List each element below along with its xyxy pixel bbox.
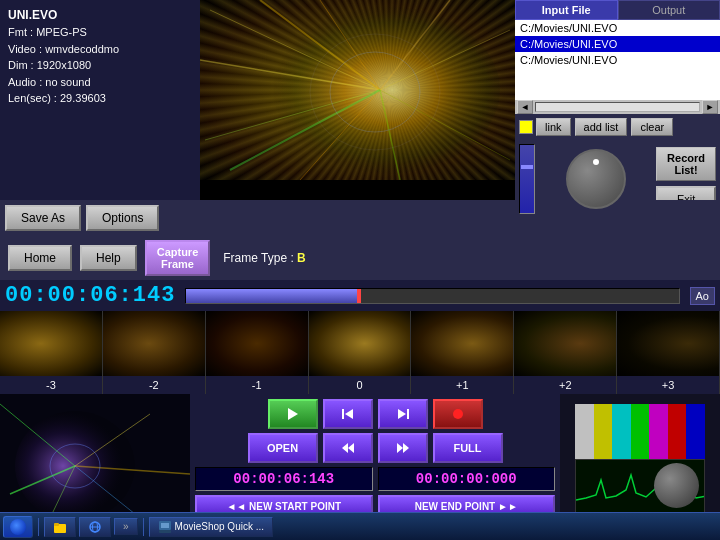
scroll-right-btn[interactable]: ► <box>702 100 718 114</box>
taskbar-app-label: MovieShop Quick ... <box>175 521 264 532</box>
format-line: Fmt : MPEG-PS <box>8 24 192 41</box>
thumb-item-p2[interactable]: +2 <box>514 311 617 394</box>
open-button[interactable]: OPEN <box>248 433 318 463</box>
file-item-3[interactable]: C:/Movies/UNI.EVO <box>515 52 720 68</box>
options-button[interactable]: Options <box>86 205 159 231</box>
preview-thumbnail <box>0 394 190 523</box>
scroll-track[interactable] <box>535 102 700 112</box>
filename: UNI.EVO <box>8 6 192 24</box>
thumb-img-6 <box>617 311 719 376</box>
svg-rect-40 <box>159 530 171 533</box>
thumb-item-m2[interactable]: -2 <box>103 311 206 394</box>
audio-line: Audio : no sound <box>8 74 192 91</box>
right-column: Input File Output C:/Movies/UNI.EVO C:/M… <box>515 0 720 200</box>
tab-output[interactable]: Output <box>618 0 721 20</box>
thumb-label-1: -2 <box>149 376 159 394</box>
taskbar-btn-ie[interactable] <box>79 517 111 537</box>
audio-value: no sound <box>45 76 90 88</box>
svg-marker-31 <box>397 443 403 453</box>
info-panel: UNI.EVO Fmt : MPEG-PS Video : wmvdecoddm… <box>0 0 200 200</box>
save-as-button[interactable]: Save As <box>5 205 81 231</box>
record-button[interactable] <box>433 399 483 429</box>
svg-rect-35 <box>54 523 59 526</box>
level-knob[interactable] <box>566 149 626 209</box>
rewind-button[interactable] <box>323 433 373 463</box>
record-icon <box>452 408 464 420</box>
step-fwd-button[interactable] <box>378 399 428 429</box>
color-bars <box>575 404 705 459</box>
play-button[interactable] <box>268 399 318 429</box>
svg-marker-23 <box>288 408 298 420</box>
home-button[interactable]: Home <box>8 245 72 271</box>
timecode-bar: 00:00:06:143 Ao <box>0 280 720 311</box>
slider-thumb <box>521 165 533 169</box>
thumb-item-0[interactable]: 0 <box>309 311 412 394</box>
save-options-row: Save As Options <box>0 200 720 236</box>
full-button[interactable]: FULL <box>433 433 503 463</box>
svg-rect-41 <box>161 523 169 528</box>
file-item-1[interactable]: C:/Movies/UNI.EVO <box>515 20 720 36</box>
capture-frame-button[interactable]: CaptureFrame <box>145 240 211 276</box>
color-bar-1 <box>594 404 613 459</box>
input-output-tabs: Input File Output <box>515 0 720 20</box>
progress-thumb <box>357 289 361 303</box>
file-action-buttons: link add list clear <box>515 114 720 140</box>
tab-input-file[interactable]: Input File <box>515 0 618 20</box>
len-line: Len(sec) : 29.39603 <box>8 90 192 107</box>
thumbnails-section: -3-2-10+1+2+3 <box>0 311 720 394</box>
fast-fwd-button[interactable] <box>378 433 428 463</box>
step-back-icon <box>341 407 355 421</box>
len-label: Len(sec) : <box>8 92 57 104</box>
ao-label: Ao <box>690 287 715 305</box>
audio-label: Audio : <box>8 76 42 88</box>
ie-icon <box>88 520 102 534</box>
progress-bar[interactable] <box>185 288 679 304</box>
link-btn-container: link <box>519 118 571 136</box>
thumb-label-6: +3 <box>662 376 675 394</box>
windows-orb <box>10 519 26 535</box>
end-tc-display: 00:00:00:000 <box>378 467 556 491</box>
help-button[interactable]: Help <box>80 245 137 271</box>
thumb-label-3: 0 <box>356 376 362 394</box>
play-icon <box>286 407 300 421</box>
start-button[interactable] <box>3 516 33 538</box>
link-button[interactable]: link <box>536 118 571 136</box>
taskbar-divider-1 <box>38 518 39 536</box>
svg-marker-27 <box>398 409 406 419</box>
knob-indicator <box>593 159 599 165</box>
thumb-label-2: -1 <box>252 376 262 394</box>
scroll-left-btn[interactable]: ◄ <box>517 100 533 114</box>
svg-marker-30 <box>348 443 354 453</box>
thumb-item-m1[interactable]: -1 <box>206 311 309 394</box>
color-bar-2 <box>612 404 631 459</box>
thumb-item-m3[interactable]: -3 <box>0 311 103 394</box>
video-player <box>200 0 515 200</box>
thumb-label-0: -3 <box>46 376 56 394</box>
volume-slider[interactable] <box>519 144 535 214</box>
main-container: UNI.EVO Fmt : MPEG-PS Video : wmvdecoddm… <box>0 0 720 512</box>
thumb-item-p3[interactable]: +3 <box>617 311 720 394</box>
svg-marker-25 <box>345 409 353 419</box>
video-line: Video : wmvdecoddmo <box>8 41 192 58</box>
step-fwd-icon <box>396 407 410 421</box>
add-list-button[interactable]: add list <box>575 118 628 136</box>
taskbar-btn-more[interactable]: » <box>114 518 138 535</box>
file-item-2[interactable]: C:/Movies/UNI.EVO <box>515 36 720 52</box>
svg-marker-32 <box>403 443 409 453</box>
folder-icon <box>53 520 67 534</box>
taskbar-app-btn[interactable]: MovieShop Quick ... <box>149 517 273 537</box>
thumb-label-4: +1 <box>456 376 469 394</box>
nav-row: Home Help CaptureFrame Frame Type : B <box>0 236 720 280</box>
thumb-img-4 <box>411 311 513 376</box>
taskbar: » MovieShop Quick ... <box>0 512 720 540</box>
taskbar-btn-folder[interactable] <box>44 517 76 537</box>
thumb-item-p1[interactable]: +1 <box>411 311 514 394</box>
step-back-button[interactable] <box>323 399 373 429</box>
color-bar-0 <box>575 404 594 459</box>
svg-rect-26 <box>407 409 409 419</box>
transport-area: OPEN FULL 00:00:06:143 <box>190 394 560 523</box>
link-checkbox[interactable] <box>519 120 533 134</box>
record-list-button[interactable]: Record List! <box>656 147 716 181</box>
svg-point-28 <box>453 409 463 419</box>
clear-button[interactable]: clear <box>631 118 673 136</box>
